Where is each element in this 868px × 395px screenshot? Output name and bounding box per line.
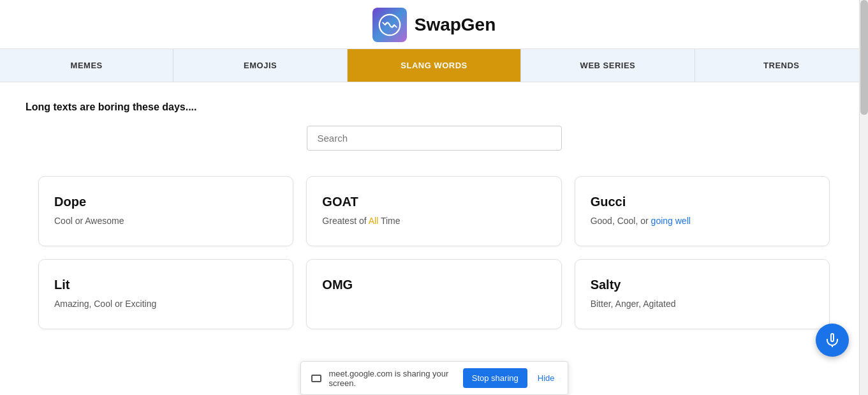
card-title-lit: Lit (54, 278, 277, 292)
nav-tabs: MEMES EMOJIS SLANG WORDS WEB SERIES TREN… (0, 48, 868, 82)
tagline: Long texts are boring these days.... (26, 101, 842, 113)
app-logo (372, 8, 407, 42)
card-omg: OMG (306, 259, 561, 329)
cards-grid: Dope Cool or Awesome GOAT Greatest of Al… (26, 176, 842, 329)
card-title-goat: GOAT (322, 195, 545, 209)
goat-highlight: All (369, 216, 379, 226)
tab-trends[interactable]: TRENDS (695, 49, 868, 82)
stop-sharing-button[interactable]: Stop sharing (463, 368, 527, 388)
card-goat: GOAT Greatest of All Time (306, 176, 561, 246)
notification-text: meet.google.com is sharing your screen. (329, 369, 455, 388)
card-desc-salty: Bitter, Anger, Agitated (591, 299, 814, 309)
search-container (26, 126, 842, 151)
gucci-highlight: going well (651, 216, 691, 226)
card-desc-lit: Amazing, Cool or Exciting (54, 299, 277, 309)
tab-emojis[interactable]: EMOJIS (173, 49, 347, 82)
card-title-dope: Dope (54, 195, 277, 209)
tab-slang-words[interactable]: SLANG WORDS (348, 49, 521, 82)
card-desc-goat: Greatest of All Time (322, 216, 545, 226)
search-input[interactable] (307, 126, 562, 151)
tab-web-series[interactable]: WEB SERIES (521, 49, 695, 82)
app-title: SwapGen (415, 15, 496, 35)
card-desc-dope: Cool or Awesome (54, 216, 277, 226)
header: SwapGen (0, 0, 868, 48)
hide-button[interactable]: Hide (535, 371, 557, 385)
tab-memes[interactable]: MEMES (0, 49, 173, 82)
mic-icon (825, 332, 840, 348)
mic-fab-button[interactable] (816, 324, 849, 357)
card-desc-gucci: Good, Cool, or going well (591, 216, 814, 226)
scrollbar-thumb[interactable] (860, 0, 868, 115)
card-dope: Dope Cool or Awesome (38, 176, 293, 246)
card-title-salty: Salty (591, 278, 814, 292)
screen-share-icon (311, 375, 321, 382)
card-salty: Salty Bitter, Anger, Agitated (575, 259, 830, 329)
card-title-omg: OMG (322, 278, 545, 292)
main-content: Long texts are boring these days.... Dop… (0, 95, 868, 342)
card-title-gucci: Gucci (591, 195, 814, 209)
scrollbar[interactable] (859, 0, 868, 395)
card-gucci: Gucci Good, Cool, or going well (575, 176, 830, 246)
notification-bar: meet.google.com is sharing your screen. … (300, 361, 568, 395)
card-lit: Lit Amazing, Cool or Exciting (38, 259, 293, 329)
